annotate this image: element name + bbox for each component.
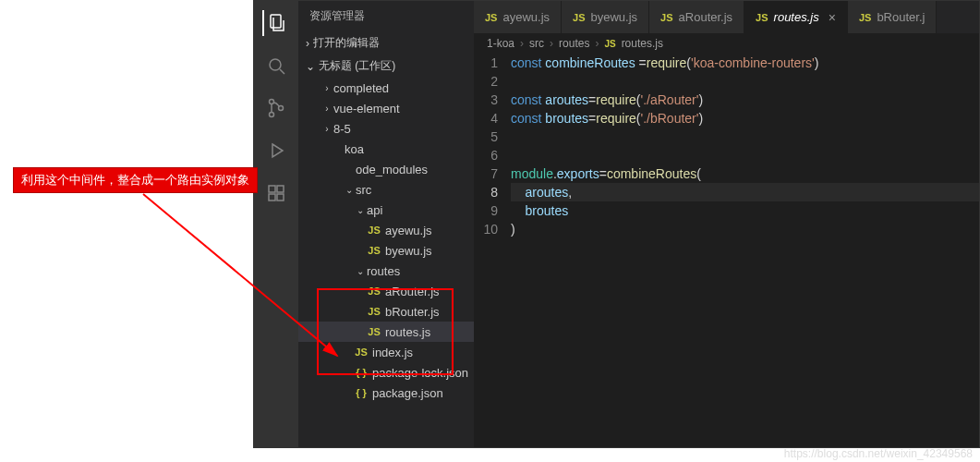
chevron-right-icon: › <box>321 83 333 93</box>
debug-icon[interactable] <box>263 138 289 164</box>
folder-completed[interactable]: ›completed <box>298 78 474 98</box>
js-icon: JS <box>604 39 615 49</box>
tab-brouter[interactable]: JSbRouter.j <box>848 1 938 33</box>
file-arouter[interactable]: JSaRouter.js <box>298 281 474 301</box>
search-icon[interactable] <box>263 53 289 79</box>
svg-point-4 <box>270 113 274 117</box>
svg-point-5 <box>279 106 284 111</box>
crumb-3[interactable]: routes <box>559 37 589 50</box>
js-icon: JS <box>756 12 768 23</box>
file-ayewu[interactable]: JSayewu.js <box>298 220 474 240</box>
editor-tabs: JSayewu.js JSbyewu.js JSaRouter.js JSrou… <box>474 1 979 33</box>
activity-bar <box>254 1 298 447</box>
code-line: broutes <box>511 201 979 220</box>
file-pkg[interactable]: { }package.json <box>298 383 474 403</box>
watermark: https://blog.csdn.net/weixin_42349568 <box>784 447 973 460</box>
file-tree: ›completed ›vue-element ›8-5 koa ode_mod… <box>298 78 474 447</box>
svg-rect-0 <box>271 15 281 28</box>
folder-8-5[interactable]: ›8-5 <box>298 118 474 139</box>
chevron-down-icon: ⌄ <box>354 205 367 215</box>
vscode-window: 资源管理器 ›打开的编辑器 ⌄无标题 (工作区) ›completed ›vue… <box>253 0 980 448</box>
svg-marker-6 <box>272 144 283 157</box>
editor-area: JSayewu.js JSbyewu.js JSaRouter.js JSrou… <box>474 1 979 447</box>
code-line <box>511 128 979 146</box>
js-icon: JS <box>354 346 369 358</box>
svg-rect-9 <box>277 194 284 201</box>
code-line: const broutes=require('./bRouter') <box>511 109 979 128</box>
folder-vue-element[interactable]: ›vue-element <box>298 98 474 118</box>
chevron-right-icon: › <box>321 103 333 114</box>
chevron-right-icon: › <box>595 37 599 50</box>
code-line: ) <box>511 220 979 238</box>
chevron-right-icon: › <box>306 37 309 50</box>
js-icon: JS <box>367 326 381 337</box>
svg-point-3 <box>270 100 274 104</box>
scm-icon[interactable] <box>263 95 289 121</box>
workspace-header[interactable]: ⌄无标题 (工作区) <box>298 55 474 78</box>
svg-rect-7 <box>269 186 275 192</box>
code-content[interactable]: const combineRoutes =require('koa-combin… <box>511 54 979 447</box>
json-icon: { } <box>354 387 369 398</box>
svg-line-2 <box>280 69 284 74</box>
file-routes[interactable]: JSroutes.js <box>298 322 474 342</box>
js-icon: JS <box>367 225 381 236</box>
close-icon[interactable]: × <box>829 10 836 25</box>
chevron-right-icon: › <box>520 37 524 50</box>
chevron-down-icon: ⌄ <box>354 266 367 276</box>
js-icon: JS <box>367 286 381 297</box>
extensions-icon[interactable] <box>263 180 289 206</box>
tab-byewu[interactable]: JSbyewu.js <box>562 1 649 33</box>
tab-arouter[interactable]: JSaRouter.js <box>649 1 744 33</box>
folder-koa[interactable]: koa <box>298 139 474 159</box>
js-icon: JS <box>660 12 672 23</box>
json-icon: { } <box>354 367 369 378</box>
tab-ayewu[interactable]: JSayewu.js <box>474 1 562 33</box>
file-byewu[interactable]: JSbyewu.js <box>298 240 474 261</box>
crumb-2[interactable]: src <box>529 37 544 50</box>
code-line <box>511 146 979 164</box>
code-line: const aroutes=require('./aRouter') <box>511 91 979 109</box>
svg-point-1 <box>270 59 281 70</box>
line-gutter: 1 2 3 4 5 6 7 8 9 10 <box>474 54 511 447</box>
code-line: aroutes, <box>511 183 979 201</box>
js-icon: JS <box>485 12 497 23</box>
code-editor[interactable]: 1 2 3 4 5 6 7 8 9 10 const combineRoutes… <box>474 54 979 447</box>
svg-rect-8 <box>269 194 275 201</box>
code-line: module.exports=combineRoutes( <box>511 164 979 183</box>
svg-rect-10 <box>277 186 284 192</box>
folder-node-modules[interactable]: ode_modules <box>298 159 474 179</box>
chevron-right-icon: › <box>321 124 333 134</box>
explorer-icon[interactable] <box>262 10 288 36</box>
file-index[interactable]: JSindex.js <box>298 342 474 362</box>
open-editors-header[interactable]: ›打开的编辑器 <box>298 31 474 55</box>
js-icon: JS <box>859 12 871 23</box>
js-icon: JS <box>573 12 585 23</box>
chevron-down-icon: ⌄ <box>306 60 315 73</box>
file-pkg-lock[interactable]: { }package-lock.json <box>298 362 474 383</box>
folder-routes[interactable]: ⌄routes <box>298 261 474 281</box>
js-icon: JS <box>367 245 381 256</box>
crumb-4[interactable]: routes.js <box>622 37 663 50</box>
chevron-down-icon: ⌄ <box>343 185 356 195</box>
sidebar-title: 资源管理器 <box>298 1 474 31</box>
explorer-sidebar: 资源管理器 ›打开的编辑器 ⌄无标题 (工作区) ›completed ›vue… <box>298 1 474 447</box>
code-line: const combineRoutes =require('koa-combin… <box>511 54 979 72</box>
code-line <box>511 72 979 91</box>
folder-api[interactable]: ⌄api <box>298 200 474 220</box>
breadcrumb[interactable]: 1-koa› src› routes› JSroutes.js <box>474 33 979 54</box>
tab-routes[interactable]: JSroutes.js× <box>744 1 848 33</box>
annotation-callout: 利用这个中间件，整合成一个路由实例对象 <box>13 167 258 193</box>
file-brouter[interactable]: JSbRouter.js <box>298 301 474 322</box>
folder-src[interactable]: ⌄src <box>298 179 474 200</box>
js-icon: JS <box>367 306 381 317</box>
chevron-right-icon: › <box>550 37 553 50</box>
crumb-1[interactable]: 1-koa <box>487 37 514 50</box>
